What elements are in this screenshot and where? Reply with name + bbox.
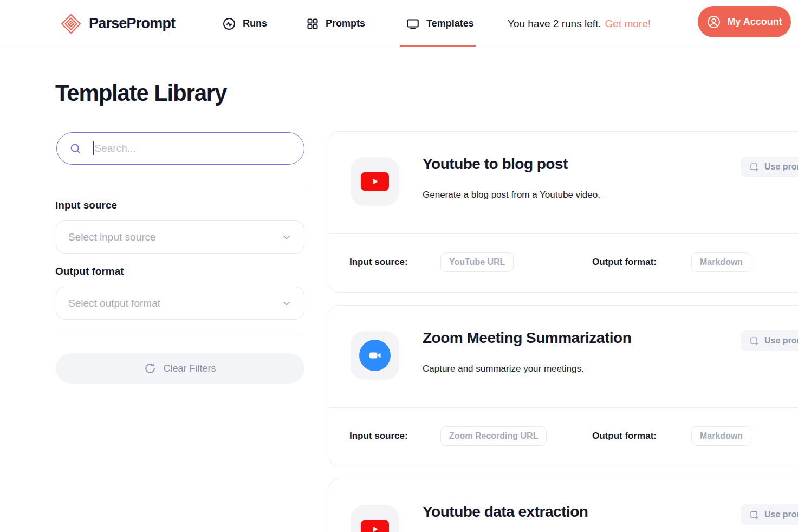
activity-icon <box>222 17 236 31</box>
copy-plus-icon <box>749 162 760 172</box>
nav-item-templates[interactable]: Templates <box>406 0 474 47</box>
template-description: Generate a blog post from a Youtube vide… <box>423 190 600 200</box>
use-prompt-button[interactable]: Use prompt <box>741 504 798 525</box>
use-prompt-button[interactable]: Use prompt <box>741 330 798 351</box>
template-title: Youtube data extraction <box>423 503 588 521</box>
runs-remaining-notice: You have 2 runs left. Get more! <box>508 0 651 47</box>
get-more-link[interactable]: Get more! <box>605 18 651 30</box>
template-card-youtube-to-blog-post: Youtube to blog post Generate a blog pos… <box>329 131 798 293</box>
output-format-badge: Markdown <box>691 252 751 272</box>
search-box[interactable] <box>56 132 304 165</box>
copy-plus-icon <box>749 510 760 520</box>
output-format-select-value: Select output format <box>68 297 160 309</box>
template-title: Youtube to blog post <box>423 155 568 173</box>
zoom-icon <box>359 340 391 371</box>
page-title: Template Library <box>55 80 226 106</box>
template-icon-container <box>351 331 399 380</box>
nav-templates-label: Templates <box>426 18 474 29</box>
runs-left-text: You have 2 runs left. <box>508 18 601 30</box>
input-source-select[interactable]: Select input source <box>56 220 304 254</box>
monitor-icon <box>406 17 420 31</box>
user-circle-icon <box>706 15 721 29</box>
template-card-youtube-data-extraction: Youtube data extraction Use prompt <box>329 479 798 532</box>
template-description: Capture and summarize your meetings. <box>423 364 584 374</box>
brand-name: ParsePrompt <box>89 15 175 32</box>
chevron-down-icon <box>281 298 292 309</box>
use-prompt-button[interactable]: Use prompt <box>741 157 798 177</box>
search-icon <box>69 142 82 155</box>
template-card-zoom-meeting-summarization: Zoom Meeting Summarization Capture and s… <box>329 305 798 466</box>
output-format-select[interactable]: Select output format <box>56 287 304 320</box>
use-prompt-label: Use prompt <box>764 336 798 346</box>
input-source-filter-label: Input source <box>55 199 117 211</box>
nav-prompts-label: Prompts <box>326 18 365 29</box>
nav-item-runs[interactable]: Runs <box>222 0 267 47</box>
input-source-meta-label: Input source: <box>349 257 408 268</box>
copy-plus-icon <box>749 336 760 346</box>
chevron-down-icon <box>281 232 292 243</box>
card-divider <box>329 407 798 408</box>
top-navigation-bar: ParsePrompt Runs Prompts <box>0 0 798 47</box>
grid-icon <box>306 17 319 30</box>
output-format-meta-label: Output format: <box>592 431 657 442</box>
output-format-meta-label: Output format: <box>592 257 657 268</box>
youtube-icon <box>361 520 389 532</box>
parseprompt-diamond-logo-icon <box>60 12 82 35</box>
brand-logo[interactable]: ParsePrompt <box>60 0 175 47</box>
nav-item-prompts[interactable]: Prompts <box>306 0 365 47</box>
template-icon-container <box>351 157 399 206</box>
use-prompt-label: Use prompt <box>764 510 798 520</box>
clear-filters-button[interactable]: Clear Filters <box>56 353 304 384</box>
active-tab-underline <box>400 45 476 47</box>
card-divider <box>329 233 798 234</box>
input-source-badge: YouTube URL <box>440 252 514 272</box>
sidebar-divider <box>55 336 305 336</box>
nav-runs-label: Runs <box>243 18 267 29</box>
use-prompt-label: Use prompt <box>764 162 798 172</box>
template-title: Zoom Meeting Summarization <box>423 329 631 347</box>
template-icon-container <box>351 505 399 532</box>
output-format-badge: Markdown <box>691 426 751 446</box>
my-account-button[interactable]: My Account <box>698 6 791 37</box>
output-format-filter-label: Output format <box>55 265 124 277</box>
youtube-icon <box>361 172 389 191</box>
search-input[interactable] <box>94 142 304 154</box>
clear-filters-label: Clear Filters <box>163 363 216 374</box>
sidebar-divider <box>55 183 305 183</box>
refresh-icon <box>144 362 156 374</box>
input-source-meta-label: Input source: <box>349 431 408 442</box>
my-account-label: My Account <box>727 16 782 28</box>
input-source-badge: Zoom Recording URL <box>440 426 547 446</box>
input-source-select-value: Select input source <box>68 231 156 243</box>
